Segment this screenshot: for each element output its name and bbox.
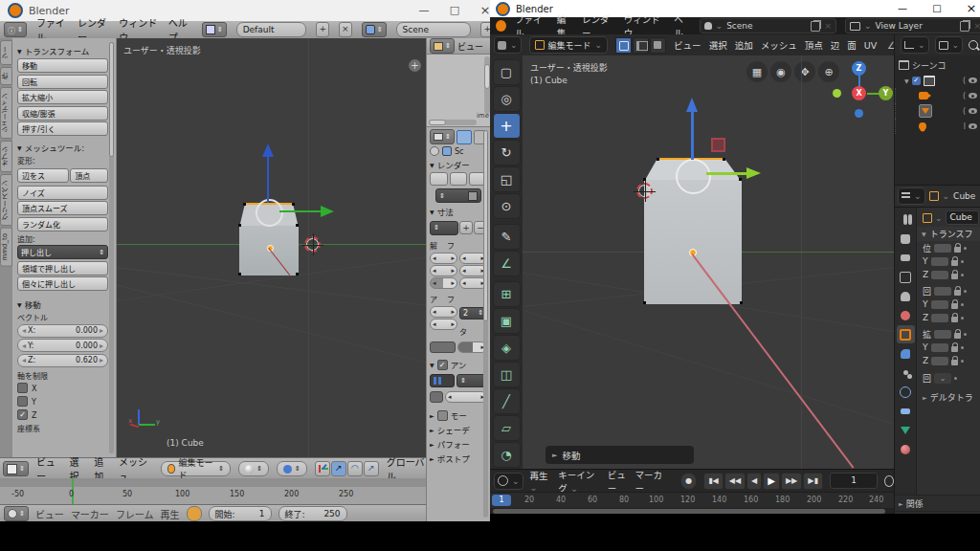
tab-physics[interactable] <box>897 383 915 401</box>
tab-tools[interactable]: ツー <box>0 40 12 65</box>
display-mode-dropdown[interactable]: ⇕ <box>435 188 481 203</box>
aa-size-field[interactable]: ◂▸ <box>445 391 487 403</box>
tool-transform[interactable]: ⊙ <box>493 193 521 219</box>
menu-playback[interactable]: 再生 ⌄ <box>530 469 552 493</box>
gizmo-z-arrow[interactable] <box>267 155 269 203</box>
move-y-field[interactable]: ◂Y:0.000▸ <box>17 339 108 352</box>
menu-add[interactable]: 追加 <box>735 38 753 52</box>
border-toggle[interactable] <box>430 342 456 353</box>
hide-icon[interactable] <box>969 77 977 83</box>
location-y-row[interactable]: Y <box>917 254 980 268</box>
outliner-row-collection[interactable]: ▼ ✓ ( <box>895 73 980 88</box>
manipulator-scale-button[interactable]: ↗ <box>364 461 379 476</box>
shrink-fatten-button[interactable]: 収縮/膨張 <box>17 106 108 121</box>
menu-view[interactable]: ビュー <box>35 507 64 521</box>
cursor-3d[interactable] <box>304 236 321 253</box>
editor-type-icon[interactable]: ⇕ <box>3 461 29 476</box>
animate-dot[interactable] <box>964 290 967 293</box>
layout-name-field[interactable]: Default <box>236 22 307 37</box>
tool-poly-build[interactable]: ▱ <box>493 415 521 441</box>
editor-type-button[interactable]: ⌄ <box>898 187 925 205</box>
delete-icon[interactable]: × <box>973 21 980 31</box>
add-layout-button[interactable]: + <box>316 22 329 37</box>
menu-select[interactable]: 選択 <box>709 38 727 52</box>
hide-icon[interactable] <box>969 93 977 99</box>
edge-select-button[interactable] <box>633 37 649 54</box>
value-slider[interactable] <box>931 357 948 365</box>
restrict-render-icon[interactable]: ( <box>963 92 966 100</box>
scale-z-row[interactable]: Z <box>917 354 980 367</box>
axis-y-checkbox[interactable] <box>17 396 28 407</box>
editor-type-button[interactable]: ⌄ <box>494 473 523 490</box>
scale-button[interactable]: 拡大縮小 <box>17 90 108 104</box>
translate-button[interactable]: 移動 <box>17 58 108 73</box>
menu-view[interactable]: ビュー <box>674 38 702 52</box>
menu-uv[interactable]: UV <box>864 40 877 51</box>
play-reverse-button[interactable]: ◀ <box>746 473 762 490</box>
tab-create[interactable]: 作 <box>0 67 12 85</box>
scene-selector[interactable]: ⌄ Scene × <box>700 18 836 33</box>
editor-type-icon[interactable]: ⇕ <box>430 38 455 54</box>
viewport-3d-right[interactable]: ユーザー・透視投影 (1) Cube ▦ ◉ ✥ ⊕ Z X Y <box>523 55 894 469</box>
value-slider[interactable] <box>934 287 951 296</box>
editor-type-button[interactable]: ⌄ <box>494 36 522 54</box>
lock-icon[interactable] <box>954 290 961 296</box>
preset-add-button[interactable]: + <box>459 221 473 234</box>
vertex-select-button[interactable] <box>615 37 632 54</box>
animate-dot[interactable] <box>961 260 964 263</box>
scene-icon[interactable]: ⇕ <box>362 22 387 37</box>
tool-scale[interactable]: ◱ <box>493 166 521 192</box>
operator-panel[interactable]: ► 移動 <box>546 446 694 464</box>
rotation-y-row[interactable]: Y <box>917 298 980 311</box>
location-z-row[interactable]: Z <box>917 268 980 281</box>
jump-start-button[interactable]: ▮◀ <box>703 473 724 490</box>
transform-panel-header[interactable]: ▼トランスフォーム <box>17 45 108 56</box>
tab-modifiers[interactable] <box>897 344 915 363</box>
view-layer-selector[interactable]: ⌄ View Layer × <box>845 18 980 33</box>
value-slider[interactable] <box>931 314 948 322</box>
tab-grease-pencil[interactable]: グリースペン <box>0 174 12 226</box>
camera-view-button[interactable]: ◉ <box>770 61 791 82</box>
value-slider[interactable] <box>931 271 948 279</box>
menu-frame[interactable]: フレーム <box>116 507 154 521</box>
outliner-row-cube[interactable]: ( <box>895 103 980 119</box>
timeline-scrollbar[interactable] <box>490 508 894 514</box>
menu-keying[interactable]: キーイング ⌄ <box>558 468 600 495</box>
restrict-render-icon[interactable]: ( <box>963 77 966 85</box>
pan-button[interactable]: ✥ <box>794 61 815 82</box>
pin-icon[interactable] <box>430 146 439 156</box>
lock-icon[interactable] <box>951 260 958 266</box>
shading-dropdown[interactable]: ⇕ <box>238 461 269 476</box>
current-frame-pill[interactable]: 1 <box>492 495 511 506</box>
tab-world[interactable] <box>897 306 915 324</box>
delete-icon[interactable]: × <box>824 21 832 31</box>
resolution-pct-field[interactable]: ◂▸ <box>430 277 457 289</box>
manipulator-translate-button[interactable]: ↗ <box>331 461 346 476</box>
outliner-row-camera[interactable]: ( <box>895 88 980 103</box>
tab-constraints[interactable] <box>897 402 915 420</box>
dimensions-panel-header[interactable]: ▼寸法 <box>430 206 487 217</box>
render-image-button[interactable] <box>430 172 448 186</box>
toolshelf-scrollbar[interactable] <box>109 42 114 453</box>
scale-y-row[interactable]: Y <box>917 341 980 354</box>
gizmo-z-axis[interactable]: Z <box>852 61 866 76</box>
maximize-button[interactable]: □ <box>442 2 467 19</box>
transform-panel-header[interactable]: ▼ トランスフ <box>917 227 980 241</box>
mode-dropdown[interactable]: 編集モード⌄ <box>529 36 609 54</box>
auto-key-button[interactable]: ● <box>680 473 697 490</box>
value-slider[interactable] <box>931 257 948 266</box>
antialias-checkbox[interactable]: ✓ <box>437 360 448 370</box>
properties-context-icon[interactable]: ⇕ <box>430 129 455 144</box>
render-panel-header[interactable]: ▼レンダー <box>430 159 487 170</box>
tool-inset-faces[interactable]: ▣ <box>493 308 521 334</box>
minimize-button[interactable]: — <box>888 0 917 17</box>
lock-icon[interactable] <box>951 360 958 365</box>
axis-z-checkbox[interactable]: ✓ <box>17 409 28 420</box>
navigation-gizmo[interactable]: Z X Y <box>829 59 894 122</box>
gizmo-y-arrow[interactable] <box>279 210 323 212</box>
animate-dot[interactable] <box>964 247 967 250</box>
end-frame-field[interactable]: 終了:250 <box>278 506 347 521</box>
performance-panel-header[interactable]: ►パフォー <box>430 438 487 450</box>
pivot-dropdown[interactable]: ⇕ <box>277 461 307 476</box>
gizmo-z-neg[interactable] <box>855 109 863 118</box>
